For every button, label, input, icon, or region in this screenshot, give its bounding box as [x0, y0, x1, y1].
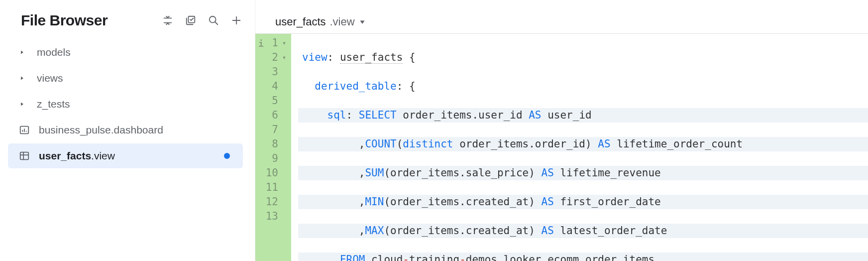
file-browser-actions	[161, 14, 243, 27]
file-browser-sidebar: File Browser	[0, 0, 255, 261]
gutter-row: 7	[255, 123, 291, 137]
sidebar-item-ext: .dashboard	[111, 124, 163, 136]
search-icon[interactable]	[207, 14, 220, 27]
sidebar-item-label: business_pulse	[39, 124, 111, 136]
gutter-row: 13	[255, 209, 291, 224]
gutter-row: 10	[255, 166, 291, 180]
file-browser-title: File Browser	[21, 12, 108, 29]
editor-tab-user-facts[interactable]: user_facts.view	[275, 15, 366, 28]
editor-tab-ext: .view	[330, 15, 355, 28]
gutter-row: i1▾	[255, 36, 291, 50]
svg-marker-9	[21, 103, 23, 106]
gutter-row: 9	[255, 151, 291, 166]
sidebar-item-ext: .view	[91, 150, 115, 162]
gutter-row: 8	[255, 137, 291, 151]
svg-marker-7	[21, 51, 23, 54]
code-line[interactable]: FROM cloud-training-demos.looker_ecomm.o…	[298, 253, 868, 261]
sidebar-item-business-pulse[interactable]: business_pulse.dashboard	[8, 118, 243, 142]
sidebar-item-label: models	[37, 46, 71, 58]
editor-tab-name: user_facts	[275, 15, 326, 28]
gutter-row: 4	[255, 79, 291, 94]
code-line[interactable]: ,MIN(order_items.created_at) AS first_or…	[298, 195, 868, 209]
gutter-row: 12	[255, 195, 291, 209]
editor-gutter: i1▾ 2▾ 3 4 5 6 7 8 9 10 11 12 13	[255, 34, 291, 261]
sidebar-item-user-facts[interactable]: user_facts.view	[8, 143, 243, 168]
chevron-right-icon	[19, 75, 30, 81]
sidebar-item-label: views	[37, 72, 63, 84]
code-editor[interactable]: i1▾ 2▾ 3 4 5 6 7 8 9 10 11 12 13 view: u…	[255, 34, 868, 261]
sidebar-item-views[interactable]: views	[8, 66, 243, 91]
code-line[interactable]: ,SUM(order_items.sale_price) AS lifetime…	[298, 166, 868, 180]
code-line[interactable]: view: user_facts {	[298, 50, 868, 65]
fold-icon[interactable]: ▾	[281, 50, 287, 65]
info-icon: i	[258, 36, 264, 50]
sidebar-item-label: user_facts	[39, 150, 91, 162]
sidebar-item-ztests[interactable]: z_tests	[8, 92, 243, 117]
code-line[interactable]: derived_table: {	[298, 79, 868, 94]
chevron-right-icon	[19, 49, 30, 55]
bulk-select-icon[interactable]	[184, 14, 197, 27]
svg-rect-14	[20, 152, 29, 160]
gutter-row: 5	[255, 94, 291, 108]
chevron-down-icon	[359, 15, 366, 28]
file-tree: models views z_tests business_	[8, 40, 243, 168]
gutter-row: 11	[255, 180, 291, 195]
svg-marker-8	[21, 77, 23, 80]
bar-chart-icon	[19, 125, 34, 135]
modified-dot-icon	[224, 153, 230, 159]
svg-line-4	[215, 22, 218, 25]
svg-marker-17	[360, 21, 364, 24]
code-line[interactable]: ,MAX(order_items.created_at) AS latest_o…	[298, 224, 868, 238]
editor-panel: user_facts.view i1▾ 2▾ 3 4 5 6 7 8 9 10 …	[255, 0, 868, 261]
gutter-row: 2▾	[255, 50, 291, 65]
file-browser-header: File Browser	[21, 12, 243, 29]
collapse-icon[interactable]	[161, 14, 174, 27]
sidebar-item-label: z_tests	[37, 98, 70, 110]
sidebar-item-models[interactable]: models	[8, 40, 243, 65]
add-icon[interactable]	[230, 14, 243, 27]
code-line[interactable]: sql: SELECT order_items.user_id AS user_…	[298, 108, 868, 123]
chevron-right-icon	[19, 101, 30, 107]
table-icon	[19, 150, 34, 161]
fold-icon[interactable]: ▾	[281, 36, 287, 50]
editor-tabbar: user_facts.view	[255, 0, 868, 34]
gutter-row: 3	[255, 65, 291, 79]
gutter-row: 6	[255, 108, 291, 123]
code-area[interactable]: view: user_facts { derived_table: { sql:…	[291, 34, 868, 261]
code-line[interactable]: ,COUNT(distinct order_items.order_id) AS…	[298, 137, 868, 151]
